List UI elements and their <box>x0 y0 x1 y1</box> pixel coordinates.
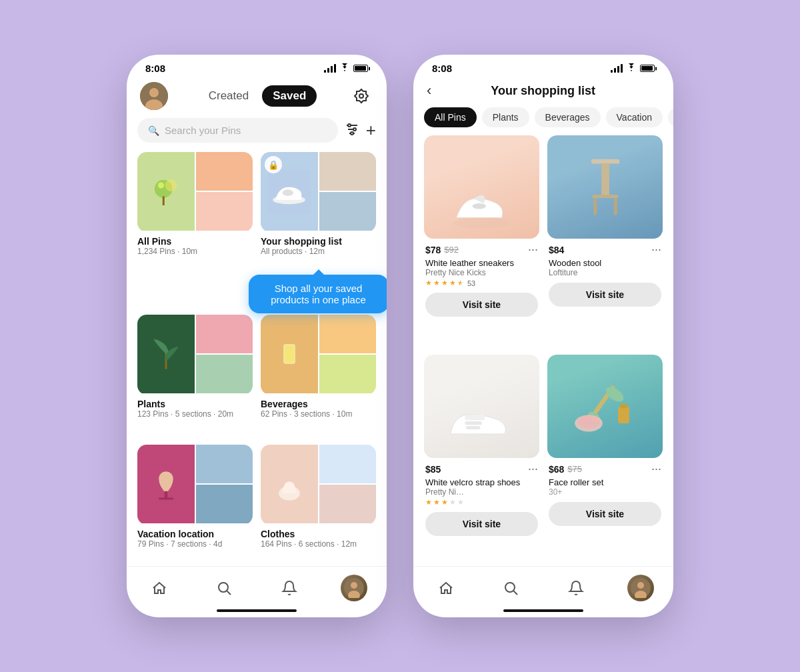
more-dots-stool[interactable]: ··· <box>651 243 661 257</box>
visit-site-roller[interactable]: Visit site <box>549 502 661 526</box>
board-meta-plants: 123 Pins · 5 sections · 20m <box>137 409 253 419</box>
chip-beverages[interactable]: Beverages <box>535 107 601 127</box>
product-velcro[interactable]: $85 ··· White velcro strap shoes Pretty … <box>424 355 539 566</box>
tab-saved[interactable]: Saved <box>262 85 317 107</box>
tab-created[interactable]: Created <box>201 85 257 107</box>
svg-point-1 <box>149 88 159 97</box>
svg-point-35 <box>472 203 485 209</box>
review-count-sneakers: 53 <box>467 279 475 287</box>
svg-line-55 <box>514 591 518 595</box>
svg-rect-40 <box>593 198 597 215</box>
profile-nav-icon[interactable] <box>341 575 367 601</box>
product-sneakers[interactable]: $78 $92 ··· White leather sneakers Prett… <box>424 135 539 347</box>
search-icon: 🔍 <box>148 125 159 136</box>
notifications-nav-icon-right[interactable] <box>563 575 589 601</box>
status-icons-left <box>324 63 368 73</box>
board-meta-vacation: 79 Pins · 7 sections · 4d <box>137 539 253 549</box>
search-placeholder: Search your Pins <box>165 125 241 136</box>
filter-chips: All Pins Plants Beverages Vacation C <box>413 107 673 135</box>
wifi-icon-right <box>626 63 637 73</box>
svg-point-13 <box>158 183 164 189</box>
product-name-sneakers: White leather sneakers <box>425 258 538 268</box>
stars-sneakers: ★ ★ ★ ★ ★★ 53 <box>425 279 538 287</box>
add-icon[interactable]: + <box>366 120 376 141</box>
search-nav-icon[interactable] <box>211 575 237 601</box>
svg-rect-24 <box>165 491 168 499</box>
svg-point-15 <box>165 179 177 191</box>
svg-point-31 <box>351 582 357 589</box>
visit-site-stool[interactable]: Visit site <box>549 283 661 307</box>
search-bar: 🔍 Search your Pins + <box>127 118 387 152</box>
product-brand-velcro: Pretty Ni… <box>425 487 538 497</box>
product-brand-roller: 30+ <box>549 487 661 497</box>
chip-plants[interactable]: Plants <box>482 107 529 127</box>
svg-rect-43 <box>465 415 485 421</box>
notifications-nav-icon[interactable] <box>276 575 303 601</box>
products-grid: $78 $92 ··· White leather sneakers Prett… <box>413 135 673 566</box>
tooltip-bubble: Shop all your saved products in one plac… <box>249 275 387 313</box>
profile-nav-icon-right[interactable] <box>627 575 654 601</box>
board-meta-clothes: 164 Pins · 6 sections · 12m <box>261 539 376 549</box>
right-header: ‹ Your shopping list <box>413 77 673 107</box>
svg-point-9 <box>353 128 356 131</box>
svg-point-57 <box>637 582 644 589</box>
avatar[interactable] <box>140 82 168 110</box>
bottom-nav-left <box>127 566 387 607</box>
svg-point-18 <box>283 189 293 196</box>
battery-icon <box>353 65 368 72</box>
price-stool: $84 <box>549 245 564 255</box>
board-plants[interactable]: Plants 123 Pins · 5 sections · 20m <box>137 315 253 436</box>
left-header: Created Saved <box>127 77 387 118</box>
svg-rect-52 <box>618 407 629 423</box>
price-roller: $68 <box>549 464 564 475</box>
board-title-shopping: Your shopping list <box>261 236 376 247</box>
svg-rect-44 <box>465 421 482 425</box>
more-dots-sneakers[interactable]: ··· <box>528 243 538 257</box>
product-face-roller[interactable]: $68 $75 ··· Face roller set 30+ Visit si… <box>547 355 663 566</box>
product-name-velcro: White velcro strap shoes <box>425 477 538 487</box>
board-vacation[interactable]: Vacation location 79 Pins · 7 sections ·… <box>137 445 253 566</box>
price-original-roller: $75 <box>567 464 582 474</box>
board-all-pins[interactable]: All Pins 1,234 Pins · 10m <box>137 152 253 273</box>
right-phone: 8:08 ‹ Your shopping list All Pins Plant… <box>413 55 673 617</box>
board-title-vacation: Vacation location <box>137 529 253 539</box>
more-dots-roller[interactable]: ··· <box>651 462 661 476</box>
bottom-nav-right <box>413 566 673 607</box>
boards-grid: All Pins 1,234 Pins · 10m 🔒 Shop all you… <box>127 152 387 566</box>
visit-site-velcro[interactable]: Visit site <box>425 512 538 536</box>
svg-rect-53 <box>620 403 627 408</box>
board-beverages[interactable]: Beverages 62 Pins · 3 sections · 10m <box>261 315 376 436</box>
svg-point-34 <box>453 217 510 229</box>
lock-icon: 🔒 <box>265 156 282 173</box>
product-name-roller: Face roller set <box>549 477 661 487</box>
back-icon[interactable]: ‹ <box>427 82 431 99</box>
settings-icon[interactable] <box>349 84 373 108</box>
home-nav-icon[interactable] <box>146 575 173 601</box>
svg-rect-46 <box>569 373 641 440</box>
visit-site-sneakers[interactable]: Visit site <box>425 293 538 317</box>
svg-rect-38 <box>601 163 609 195</box>
search-input[interactable]: 🔍 Search your Pins <box>137 118 338 143</box>
chip-vacation[interactable]: Vacation <box>606 107 663 127</box>
battery-icon-right <box>640 65 655 72</box>
board-meta-shopping: All products · 12m <box>261 247 376 256</box>
more-dots-velcro[interactable]: ··· <box>528 462 538 476</box>
price-original-sneakers: $92 <box>444 245 459 255</box>
product-stool[interactable]: $84 ··· Wooden stool Loftiture Visit sit… <box>547 135 663 347</box>
chip-all-pins[interactable]: All Pins <box>424 107 477 127</box>
board-title-plants: Plants <box>137 399 253 409</box>
board-clothes[interactable]: Clothes 164 Pins · 6 sections · 12m <box>261 445 376 566</box>
filter-icon[interactable] <box>345 122 359 139</box>
board-shopping-list[interactable]: 🔒 Shop all your saved products in one pl… <box>261 152 376 273</box>
board-title-beverages: Beverages <box>261 399 376 409</box>
time-left: 8:08 <box>145 63 165 74</box>
time-right: 8:08 <box>432 63 452 74</box>
status-bar-left: 8:08 <box>127 55 387 77</box>
home-nav-icon-right[interactable] <box>433 575 459 601</box>
signal-icon <box>324 64 336 73</box>
chip-clothes[interactable]: C <box>668 107 673 127</box>
search-nav-icon-right[interactable] <box>497 575 524 601</box>
product-brand-sneakers: Pretty Nice Kicks <box>425 268 538 277</box>
svg-line-29 <box>227 591 231 595</box>
price-velcro: $85 <box>425 464 441 475</box>
